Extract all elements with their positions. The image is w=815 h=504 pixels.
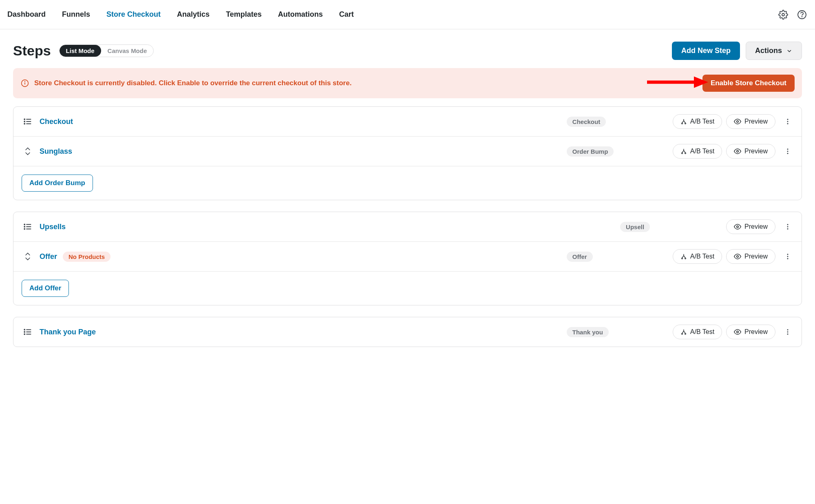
svg-point-15 [685, 123, 686, 124]
eye-icon [734, 328, 741, 336]
step-type-pill: Thank you [567, 327, 609, 337]
more-options-button[interactable] [782, 221, 793, 232]
svg-point-31 [24, 229, 25, 230]
page-header: Steps List Mode Canvas Mode Add New Step… [0, 29, 815, 68]
split-icon [680, 253, 687, 260]
info-icon [20, 79, 29, 88]
nav-funnels[interactable]: Funnels [62, 10, 90, 19]
list-icon[interactable] [22, 327, 34, 336]
alert-text: Store Checkout is currently disabled. Cl… [34, 79, 702, 87]
svg-point-2 [802, 16, 802, 17]
split-icon [680, 118, 687, 125]
preview-button[interactable]: Preview [726, 325, 775, 339]
svg-point-17 [787, 119, 788, 120]
list-mode-button[interactable]: List Mode [60, 45, 101, 57]
svg-point-38 [737, 256, 739, 258]
svg-point-25 [787, 153, 788, 154]
svg-point-34 [787, 226, 788, 228]
ab-test-button[interactable]: A/B Test [673, 144, 722, 159]
page-title: Steps [13, 43, 51, 59]
reorder-handle[interactable] [22, 252, 34, 261]
svg-point-5 [25, 81, 25, 82]
list-icon[interactable] [22, 222, 34, 231]
svg-point-36 [681, 258, 682, 259]
step-name-link[interactable]: Thank you Page [40, 328, 96, 336]
step-type-cell: Offer [567, 252, 673, 262]
step-name-link[interactable]: Sunglass [40, 147, 72, 156]
ab-test-button[interactable]: A/B Test [673, 325, 722, 339]
nav-store-checkout[interactable]: Store Checkout [106, 10, 161, 19]
split-icon [680, 329, 687, 335]
step-group-thank-you: Thank you Page Thank you A/B Test Previe… [13, 317, 802, 347]
ab-test-button[interactable]: A/B Test [673, 114, 722, 129]
step-group-checkout: Checkout Checkout A/B Test Preview Sungl… [13, 106, 802, 200]
svg-point-30 [24, 226, 25, 227]
svg-point-22 [737, 150, 739, 153]
step-type-pill: Upsell [620, 222, 650, 232]
eye-icon [734, 118, 741, 125]
svg-point-11 [24, 119, 25, 120]
nav-templates[interactable]: Templates [226, 10, 262, 19]
more-options-button[interactable] [782, 251, 793, 262]
add-offer-button[interactable]: Add Offer [22, 280, 69, 297]
svg-point-16 [737, 121, 739, 123]
add-order-bump-button[interactable]: Add Order Bump [22, 175, 93, 192]
step-type-cell: Order Bump [567, 146, 673, 157]
nav-dashboard[interactable]: Dashboard [7, 10, 46, 19]
step-type-pill: Order Bump [567, 146, 614, 157]
step-type-cell: Thank you [567, 327, 673, 337]
add-row: Add Offer [13, 272, 802, 305]
ab-test-button[interactable]: A/B Test [673, 249, 722, 264]
step-name-link[interactable]: Offer [40, 252, 57, 261]
more-options-button[interactable] [782, 146, 793, 157]
svg-point-13 [24, 124, 25, 124]
help-icon[interactable] [796, 9, 808, 20]
step-type-cell: Checkout [567, 117, 673, 127]
svg-point-35 [787, 228, 788, 230]
svg-point-29 [24, 224, 25, 225]
nav-automations[interactable]: Automations [278, 10, 323, 19]
nav-analytics[interactable]: Analytics [177, 10, 210, 19]
nav-cart[interactable]: Cart [339, 10, 354, 19]
reorder-handle[interactable] [22, 147, 34, 155]
svg-point-32 [737, 226, 739, 228]
svg-point-50 [737, 331, 739, 333]
store-checkout-alert: Store Checkout is currently disabled. Cl… [13, 68, 802, 98]
actions-dropdown[interactable]: Actions [746, 42, 802, 60]
svg-point-21 [685, 153, 686, 154]
add-new-step-button[interactable]: Add New Step [672, 42, 740, 60]
svg-point-45 [24, 329, 25, 330]
more-options-button[interactable] [782, 116, 793, 127]
more-options-button[interactable] [782, 326, 793, 338]
svg-point-19 [787, 123, 788, 124]
preview-button[interactable]: Preview [726, 219, 775, 234]
svg-point-52 [787, 332, 788, 333]
step-name-link[interactable]: Upsells [40, 223, 66, 231]
eye-icon [734, 253, 741, 260]
split-icon [680, 148, 687, 155]
gear-icon[interactable] [777, 9, 789, 20]
svg-point-20 [681, 153, 682, 154]
preview-button[interactable]: Preview [726, 144, 775, 159]
svg-point-37 [685, 258, 686, 259]
svg-point-47 [24, 334, 25, 335]
top-nav: Dashboard Funnels Store Checkout Analyti… [0, 0, 815, 29]
actions-label: Actions [755, 46, 782, 55]
preview-button[interactable]: Preview [726, 249, 775, 264]
step-type-pill: Checkout [567, 117, 606, 127]
chevron-down-icon [786, 48, 793, 54]
step-row: Sunglass Order Bump A/B Test Preview [13, 137, 802, 166]
svg-point-53 [787, 334, 788, 335]
no-products-badge: No Products [63, 252, 110, 262]
step-group-upsells: Upsells Upsell Preview Offer No Products… [13, 212, 802, 305]
list-icon[interactable] [22, 117, 34, 126]
svg-point-39 [787, 254, 788, 255]
canvas-mode-button[interactable]: Canvas Mode [101, 45, 154, 57]
preview-button[interactable]: Preview [726, 114, 775, 129]
eye-icon [734, 148, 741, 155]
eye-icon [734, 223, 741, 230]
step-row: Thank you Page Thank you A/B Test Previe… [13, 317, 802, 347]
step-name-link[interactable]: Checkout [40, 117, 73, 126]
enable-store-checkout-button[interactable]: Enable Store Checkout [702, 75, 795, 92]
svg-point-18 [787, 121, 788, 122]
